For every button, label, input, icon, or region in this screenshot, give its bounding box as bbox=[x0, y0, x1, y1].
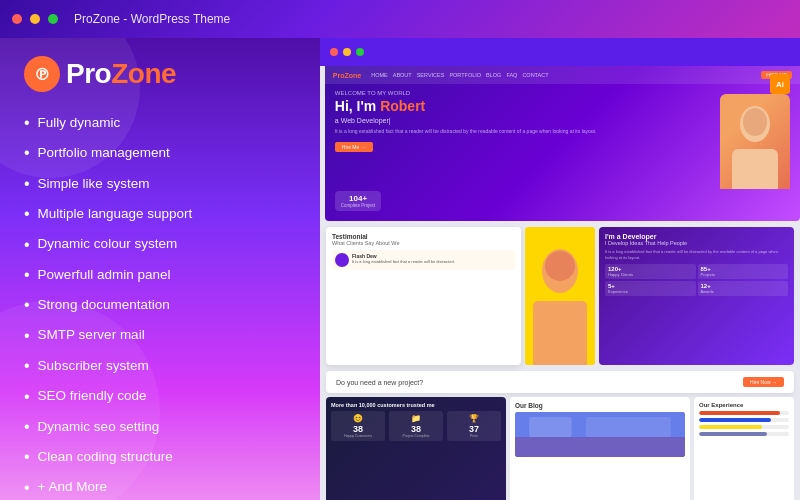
logo-zone: Zone bbox=[111, 58, 176, 89]
exp-fill-3 bbox=[699, 432, 767, 436]
svg-point-6 bbox=[545, 251, 575, 281]
preview-area: ProZone HOME ABOUT SERVICES PORTFOLIO BL… bbox=[320, 66, 800, 500]
dev-card-description: It is a long established fact that a rea… bbox=[605, 249, 788, 260]
customer-num-1: 38 bbox=[393, 424, 439, 434]
hero-heading: Hi, I'm Robert bbox=[335, 98, 714, 115]
person-card bbox=[525, 227, 595, 365]
left-panel: ProZone Fully dynamic Portfolio manageme… bbox=[0, 38, 320, 500]
window-titlebar: ProZone - WordPress Theme bbox=[0, 0, 800, 38]
customer-stat-0: 😊 38 Happy Customers bbox=[331, 411, 385, 441]
nav-faq[interactable]: FAQ bbox=[506, 72, 517, 78]
customer-stat-2: 🏆 37 Prize bbox=[447, 411, 501, 441]
blog-image bbox=[515, 412, 685, 457]
svg-rect-9 bbox=[529, 417, 572, 437]
browser-min-dot bbox=[343, 48, 351, 56]
dev-stat-0: 120+ Happy Clients bbox=[605, 264, 696, 279]
exp-bar-2 bbox=[699, 425, 789, 429]
developer-card: I'm a Developer I Develop Ideas That Hel… bbox=[599, 227, 794, 365]
list-item: Fully dynamic bbox=[24, 108, 296, 138]
hero-title-prefix: Hi, I'm bbox=[335, 98, 380, 114]
browser-close-dot bbox=[330, 48, 338, 56]
testimonial-subtitle: What Clients Say About We bbox=[332, 240, 515, 246]
maximize-icon[interactable] bbox=[48, 14, 58, 24]
ai-icon: Ai bbox=[770, 74, 790, 94]
project-cta-bar: Do you need a new project? Hire Now → bbox=[326, 371, 794, 393]
browser-max-dot bbox=[356, 48, 364, 56]
hero-subtitle: a Web Developer| bbox=[335, 117, 714, 124]
bottom-row: More than 10,000 customers trusted me 😊 … bbox=[326, 397, 794, 500]
hero-text-block: WELCOME TO MY WORLD Hi, I'm Robert a Web… bbox=[335, 90, 714, 189]
browser-chrome bbox=[320, 38, 800, 66]
experience-title: Our Experience bbox=[699, 402, 789, 408]
project-cta-text: Do you need a new project? bbox=[336, 379, 423, 386]
hero-stats: 104+ Complete Project bbox=[335, 191, 382, 211]
avatar bbox=[335, 253, 349, 267]
window-title: ProZone - WordPress Theme bbox=[74, 12, 230, 26]
hire-now-button[interactable]: Hire Now → bbox=[743, 377, 784, 387]
exp-fill-0 bbox=[699, 411, 780, 415]
list-item: SEO friendly code bbox=[24, 382, 296, 412]
blog-title: Our Blog bbox=[515, 402, 685, 409]
exp-bar-3 bbox=[699, 432, 789, 436]
customer-icon-0: 😊 bbox=[335, 414, 381, 423]
customer-stat-1: 📁 38 Project Complete bbox=[389, 411, 443, 441]
stat-num: 104+ bbox=[341, 194, 376, 203]
list-item: SMTP server mail bbox=[24, 321, 296, 351]
hero-section: ProZone HOME ABOUT SERVICES PORTFOLIO BL… bbox=[325, 66, 800, 221]
person-image-yellow bbox=[525, 227, 595, 365]
dev-card-title: I'm a Developer bbox=[605, 233, 788, 240]
experience-card: Our Experience bbox=[694, 397, 794, 500]
exp-fill-1 bbox=[699, 418, 771, 422]
logo-pro: Pro bbox=[66, 58, 111, 89]
dev-stat-1: 85+ Projects bbox=[698, 264, 789, 279]
svg-rect-10 bbox=[586, 417, 671, 437]
bottom-section: Do you need a new project? Hire Now → Mo… bbox=[320, 371, 800, 500]
cards-row: Testimonial What Clients Say About We Fl… bbox=[320, 221, 800, 371]
nav-contact[interactable]: CONTACT bbox=[522, 72, 548, 78]
dev-card-subtitle: I Develop Ideas That Help People bbox=[605, 240, 788, 246]
testimonial-heading: Testimonial bbox=[332, 233, 515, 240]
svg-rect-1 bbox=[732, 149, 778, 189]
list-item: Dynamic seo setting bbox=[24, 412, 296, 442]
minimize-icon[interactable] bbox=[30, 14, 40, 24]
nav-home[interactable]: HOME bbox=[371, 72, 388, 78]
main-layout: ProZone Fully dynamic Portfolio manageme… bbox=[0, 38, 800, 500]
list-item: Powerfull admin panel bbox=[24, 260, 296, 290]
list-item: Multiple language support bbox=[24, 199, 296, 229]
person-face bbox=[720, 94, 790, 189]
exp-bar-0 bbox=[699, 411, 789, 415]
customers-title: More than 10,000 customers trusted me bbox=[331, 402, 501, 408]
logo-icon bbox=[24, 56, 60, 92]
nav-blog[interactable]: BLOG bbox=[486, 72, 501, 78]
features-list: Fully dynamic Portfolio management Simpl… bbox=[24, 108, 296, 500]
hero-cta-button[interactable]: Hire Me → bbox=[335, 142, 373, 152]
hero-content: WELCOME TO MY WORLD Hi, I'm Robert a Web… bbox=[325, 84, 800, 195]
svg-rect-8 bbox=[515, 437, 685, 457]
customer-label-1: Project Complete bbox=[393, 434, 439, 438]
site-logo: ProZone bbox=[333, 72, 361, 79]
hero-welcome: WELCOME TO MY WORLD bbox=[335, 90, 714, 96]
list-item: Dynamic colour system bbox=[24, 230, 296, 260]
logo-area: ProZone bbox=[24, 56, 296, 92]
dev-stat-2: 5+ Experience bbox=[605, 281, 696, 296]
right-panel: ProZone HOME ABOUT SERVICES PORTFOLIO BL… bbox=[320, 38, 800, 500]
dev-stats-grid: 120+ Happy Clients 85+ Projects 5+ Exper… bbox=[605, 264, 788, 296]
blog-card: Our Blog bbox=[510, 397, 690, 500]
hero-name: Robert bbox=[380, 98, 425, 114]
list-item: Clean coding structure bbox=[24, 442, 296, 472]
customer-icon-1: 📁 bbox=[393, 414, 439, 423]
testimonial-item: Flash Dew It is a long established fact … bbox=[332, 250, 515, 270]
nav-portfolio[interactable]: PORTFOLIO bbox=[449, 72, 481, 78]
list-item: + And More bbox=[24, 473, 296, 500]
logo-text: ProZone bbox=[66, 58, 176, 90]
customer-num-2: 37 bbox=[451, 424, 497, 434]
customer-label-0: Happy Customers bbox=[335, 434, 381, 438]
person-svg bbox=[720, 94, 790, 189]
app-window: ProZone - WordPress Theme ProZone Fully … bbox=[0, 0, 800, 500]
nav-services[interactable]: SERVICES bbox=[417, 72, 445, 78]
exp-fill-2 bbox=[699, 425, 762, 429]
nav-about[interactable]: ABOUT bbox=[393, 72, 412, 78]
stat-badge-0: 104+ Complete Project bbox=[335, 191, 382, 211]
close-icon[interactable] bbox=[12, 14, 22, 24]
client-review: It is a long established fact that a rea… bbox=[352, 259, 455, 264]
